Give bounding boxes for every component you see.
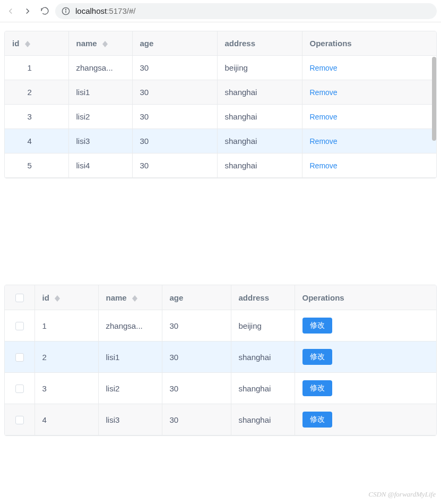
svg-marker-8 <box>55 298 60 302</box>
col-header-checkbox[interactable] <box>5 285 34 310</box>
cell-operations: 修改 <box>295 341 436 373</box>
table-row[interactable]: 3lisi230shanghai修改 <box>5 373 436 404</box>
col-header-id-label: id <box>12 39 19 48</box>
table-row[interactable]: 1zhangsa...30beijing修改 <box>5 310 436 341</box>
cell-address: shanghai <box>231 404 295 435</box>
table-row[interactable]: 1zhangsa...30beijingRemove <box>5 56 436 80</box>
vertical-scrollbar[interactable] <box>432 57 436 141</box>
col-header-name[interactable]: name <box>68 31 132 56</box>
col-header-operations: Operations <box>302 31 436 56</box>
row-checkbox[interactable] <box>15 416 24 424</box>
cell-id: 1 <box>5 56 68 80</box>
svg-point-2 <box>65 9 66 10</box>
cell-age: 30 <box>132 153 217 178</box>
cell-address: shanghai <box>217 105 302 129</box>
col-header-name[interactable]: name <box>98 285 162 310</box>
table-row[interactable]: 5lisi430shanghaiRemove <box>5 153 436 178</box>
table-1: id name age address <box>4 31 437 178</box>
remove-button[interactable]: Remove <box>310 64 338 72</box>
table-header-row: id name age address <box>5 285 436 310</box>
table-row[interactable]: 2lisi130shanghai修改 <box>5 341 436 373</box>
remove-button[interactable]: Remove <box>310 88 338 97</box>
col-header-name-label: name <box>106 293 127 302</box>
url-host: localhost <box>75 6 107 15</box>
svg-marker-10 <box>132 298 137 302</box>
table-row[interactable]: 2lisi130shanghaiRemove <box>5 80 436 105</box>
select-all-checkbox[interactable] <box>15 294 24 302</box>
svg-marker-6 <box>102 44 108 47</box>
remove-button[interactable]: Remove <box>310 113 338 121</box>
sort-icon[interactable] <box>132 295 137 302</box>
cell-operations: Remove <box>302 105 436 129</box>
cell-age: 30 <box>162 341 231 373</box>
forward-button[interactable] <box>21 5 34 18</box>
edit-button[interactable]: 修改 <box>302 318 332 334</box>
cell-address: shanghai <box>217 80 302 105</box>
cell-operations: Remove <box>302 80 436 105</box>
edit-button[interactable]: 修改 <box>302 349 332 365</box>
edit-button[interactable]: 修改 <box>302 412 332 428</box>
remove-button[interactable]: Remove <box>310 161 338 170</box>
row-checkbox[interactable] <box>15 322 24 330</box>
reload-button[interactable] <box>38 5 51 18</box>
site-info-icon[interactable] <box>62 7 70 15</box>
cell-address: beijing <box>231 310 295 341</box>
cell-age: 30 <box>162 404 231 435</box>
cell-name: lisi2 <box>68 105 132 129</box>
address-bar[interactable]: localhost:5173/#/ <box>55 3 437 19</box>
cell-name: lisi3 <box>68 129 132 153</box>
back-button[interactable] <box>4 5 17 18</box>
table-row[interactable]: 4lisi330shanghai修改 <box>5 404 436 435</box>
row-checkbox[interactable] <box>15 385 24 393</box>
cell-age: 30 <box>162 310 231 341</box>
col-header-id[interactable]: id <box>5 31 68 56</box>
cell-operations: Remove <box>302 153 436 178</box>
table-row[interactable]: 3lisi230shanghaiRemove <box>5 105 436 129</box>
cell-age: 30 <box>132 105 217 129</box>
sort-icon[interactable] <box>25 41 30 47</box>
col-header-name-label: name <box>76 39 97 48</box>
col-header-age: age <box>162 285 231 310</box>
table-row[interactable]: 4lisi330shanghaiRemove <box>5 129 436 153</box>
cell-operations: 修改 <box>295 310 436 341</box>
cell-name: lisi2 <box>98 373 162 404</box>
cell-age: 30 <box>162 373 231 404</box>
table-header-row: id name age address <box>5 31 436 56</box>
sort-icon[interactable] <box>55 295 60 302</box>
cell-address: shanghai <box>231 341 295 373</box>
remove-button[interactable]: Remove <box>310 137 338 146</box>
col-header-id-label: id <box>42 293 49 302</box>
url-path: :5173/#/ <box>107 6 135 15</box>
cell-checkbox[interactable] <box>5 373 34 404</box>
cell-id: 2 <box>5 80 68 105</box>
cell-checkbox[interactable] <box>5 404 34 435</box>
cell-operations: 修改 <box>295 373 436 404</box>
cell-operations: Remove <box>302 129 436 153</box>
cell-name: lisi4 <box>68 153 132 178</box>
table-2: id name age address <box>4 285 437 436</box>
col-header-address: address <box>217 31 302 56</box>
cell-id: 4 <box>5 129 68 153</box>
cell-id: 5 <box>5 153 68 178</box>
cell-checkbox[interactable] <box>5 341 34 373</box>
cell-id: 4 <box>34 404 98 435</box>
col-header-operations: Operations <box>295 285 436 310</box>
svg-marker-4 <box>25 44 30 47</box>
cell-address: shanghai <box>217 129 302 153</box>
cell-name: zhangsa... <box>98 310 162 341</box>
cell-name: lisi3 <box>98 404 162 435</box>
row-checkbox[interactable] <box>15 353 24 362</box>
col-header-id[interactable]: id <box>34 285 98 310</box>
col-header-address: address <box>231 285 295 310</box>
cell-id: 1 <box>34 310 98 341</box>
cell-age: 30 <box>132 80 217 105</box>
cell-age: 30 <box>132 56 217 80</box>
cell-operations: 修改 <box>295 404 436 435</box>
sort-icon[interactable] <box>102 41 108 47</box>
url-text: localhost:5173/#/ <box>75 6 135 15</box>
cell-id: 2 <box>34 341 98 373</box>
edit-button[interactable]: 修改 <box>302 380 332 396</box>
col-header-age: age <box>132 31 217 56</box>
cell-age: 30 <box>132 129 217 153</box>
cell-checkbox[interactable] <box>5 310 34 341</box>
